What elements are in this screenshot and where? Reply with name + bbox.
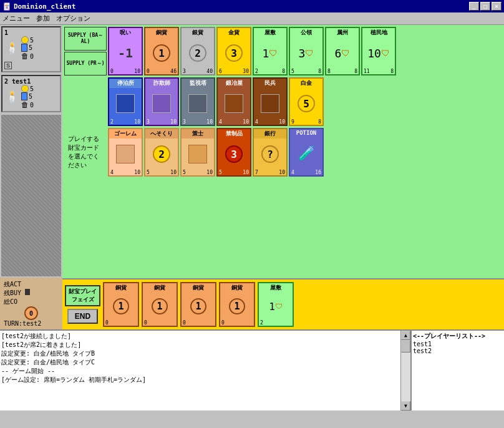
potion-count: 16 (315, 170, 321, 175)
supply-row-1: SUPPLY (BA～AL) SUPPLY (PR～) 呪い -1 0 10 (64, 27, 502, 75)
card-inn[interactable]: 停泊所 2 10 (108, 77, 143, 126)
supply-row-3: ゴーレム 4 10 へそくり 2 5 10 (108, 128, 324, 177)
card-blacksmith[interactable]: 鍛冶屋 4 10 (216, 77, 251, 126)
player-list-item-1: test1 (413, 341, 503, 348)
card-militia[interactable]: 民兵 4 10 (253, 77, 288, 126)
bottom-area: [test2が接続しました] [test2が席2に着きました] 設定変更: 白金… (0, 329, 504, 411)
player2-cards-row: 5 (21, 92, 34, 100)
card-platinum[interactable]: 白金 5 9 8 (289, 77, 324, 126)
player1-trash-row: 🗑 0 (21, 52, 34, 61)
duchy-name: 公領 (290, 28, 322, 37)
bank-circle: ? (261, 145, 279, 163)
swindler-count: 10 (170, 119, 177, 125)
card-curse[interactable]: 呪い -1 0 10 (108, 27, 143, 75)
estate-cost: 2 (255, 69, 258, 74)
hce-value: 1🛡 (269, 301, 283, 313)
estate-count: 8 (282, 69, 285, 74)
card-copper[interactable]: 銅貨 1 0 46 (144, 27, 179, 75)
hc3-name: 銅貨 (182, 283, 215, 293)
colony-count: 8 (390, 69, 394, 74)
swindler-cost: 3 (147, 119, 150, 125)
card-potion[interactable]: POTION 🧪 4 16 (289, 128, 324, 177)
card-bank[interactable]: 銀行 ? 7 10 (253, 128, 288, 177)
hc2-bottom: 0 (143, 320, 177, 326)
blacksmith-art (225, 94, 243, 113)
blacksmith-bottom: 4 10 (218, 119, 250, 125)
hce-name: 屋敷 (259, 283, 293, 293)
hce-cost: 2 (260, 320, 263, 326)
log-line-4: 設定変更: 白金/植民地 タイプC (1, 358, 399, 367)
watchtower-art (188, 94, 207, 113)
hand-card-copper-2[interactable]: 銅貨 1 0 (142, 282, 178, 327)
province-cost: 8 (327, 69, 331, 74)
minimize-button[interactable]: _ (469, 2, 479, 11)
menu-item-join[interactable]: 参加 (36, 14, 50, 23)
watchtower-cost: 3 (183, 119, 186, 125)
colony-cost: 11 (364, 69, 370, 74)
hand-card-copper-4[interactable]: 銅貨 1 0 (219, 282, 255, 327)
colony-value: 10🛡 (367, 47, 390, 60)
swindler-art (152, 94, 171, 113)
card-gold[interactable]: 金貨 3 6 30 (216, 27, 251, 75)
supply-label-basic: SUPPLY (BA～AL) (64, 27, 107, 51)
silver-cost: 3 (183, 69, 186, 74)
scout-cost: 5 (183, 170, 186, 175)
militia-art (261, 94, 279, 113)
menu-item-menu[interactable]: メニュー (2, 14, 30, 23)
duchy-count: 8 (318, 69, 321, 74)
card-silver[interactable]: 銀貨 2 3 40 (180, 27, 215, 75)
watchtower-count: 10 (206, 119, 213, 125)
blacksmith-cost: 4 (219, 119, 222, 125)
swindler-bottom: 3 10 (145, 119, 178, 125)
maximize-button[interactable]: □ (480, 2, 490, 11)
hand-card-estate[interactable]: 屋敷 1🛡 2 (258, 282, 294, 327)
card-colony[interactable]: 植民地 10🛡 11 8 (361, 27, 396, 75)
pirate-count: 10 (170, 170, 177, 175)
card-watchtower[interactable]: 監視塔 3 10 (180, 77, 215, 126)
scroll-thumb[interactable] (401, 340, 410, 353)
player-list-header: <--プレイヤーリスト--> (413, 332, 503, 341)
s-button[interactable]: S (4, 62, 12, 69)
log-area: [test2が接続しました] [test2が席2に着きました] 設定変更: 白金… (0, 331, 400, 411)
contraband-count: 10 (243, 170, 249, 175)
player1-cards: 5 (29, 44, 32, 51)
close-button[interactable]: × (492, 2, 502, 11)
card-estate[interactable]: 屋敷 1🛡 2 8 (253, 27, 288, 75)
hand-card-copper-3[interactable]: 銅貨 1 0 (180, 282, 216, 327)
phase-button[interactable]: 財宝プレイ フェイズ (65, 285, 100, 306)
card-contraband[interactable]: 禁制品 3 5 10 (216, 128, 251, 177)
province-name: 属州 (326, 28, 359, 37)
card-province[interactable]: 属州 6🛡 8 8 (325, 27, 360, 75)
turn-display: TURN:test2 (4, 320, 59, 327)
silver-count: 40 (206, 69, 213, 74)
hc3-bottom: 0 (182, 320, 215, 326)
province-value: 6🛡 (335, 47, 351, 60)
card-golem[interactable]: ゴーレム 4 10 (108, 128, 143, 177)
estate-bottom: 2 8 (254, 69, 286, 74)
swindler-name: 詐欺師 (145, 79, 178, 88)
contraband-name: 禁制品 (218, 129, 250, 139)
player2-coins: 5 (30, 85, 34, 92)
card2-icon (21, 92, 27, 100)
player-list: <--プレイヤーリスト--> test1 test2 (410, 331, 504, 411)
card-swindler[interactable]: 詐欺師 3 10 (144, 77, 179, 126)
golem-cost: 4 (110, 170, 114, 175)
curse-bottom: 0 10 (109, 69, 142, 74)
hc1-bottom: 0 (104, 320, 138, 326)
scroll-down-button[interactable]: ▼ (401, 401, 410, 411)
hand-card-copper-1[interactable]: 銅貨 1 0 (103, 282, 139, 327)
card-duchy[interactable]: 公領 3🛡 5 8 (289, 27, 324, 75)
province-count: 8 (354, 69, 357, 74)
end-button[interactable]: END (67, 309, 98, 324)
watchtower-bottom: 3 10 (182, 119, 214, 125)
militia-cost: 4 (255, 119, 258, 125)
hand-section: 財宝プレイ フェイズ END 銅貨 1 0 銅貨 1 0 (62, 278, 504, 329)
scroll-up-button[interactable]: ▲ (401, 331, 410, 340)
hc4-bottom: 0 (220, 320, 254, 326)
menu-item-options[interactable]: オプション (56, 14, 90, 23)
scout-count: 10 (206, 170, 213, 175)
bank-bottom: 7 10 (254, 170, 286, 175)
card-scout[interactable]: 策士 5 10 (180, 128, 215, 177)
card-pirate[interactable]: へそくり 2 5 10 (144, 128, 179, 177)
bank-name: 銀行 (254, 129, 286, 139)
